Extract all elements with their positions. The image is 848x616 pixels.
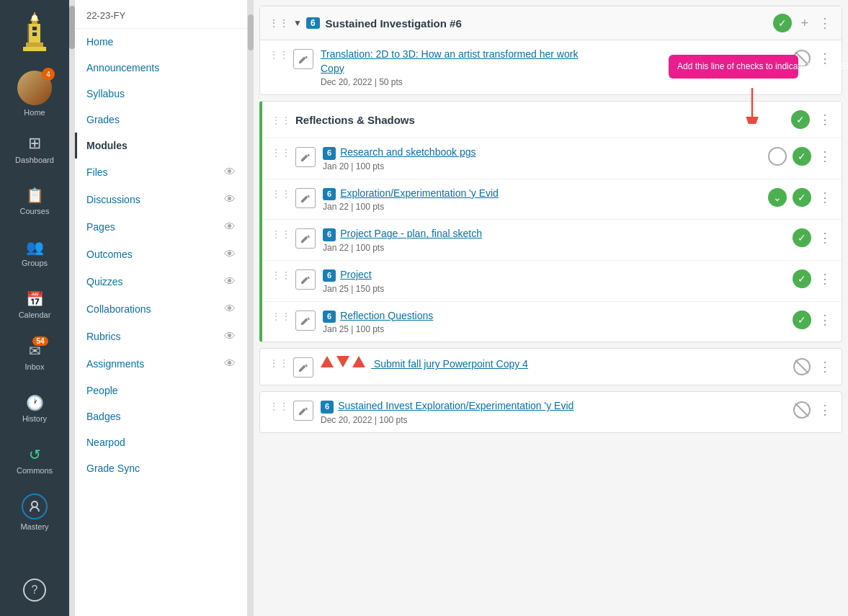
sidebar-item-grades[interactable]: Grades [75, 107, 247, 133]
sidebar-item-nearpod[interactable]: Nearpod [75, 429, 247, 455]
item-empty-check [768, 147, 787, 166]
svg-line-16 [795, 360, 808, 373]
item-drag-handle[interactable]: ⋮⋮ [271, 146, 291, 159]
sidebar-item-modules[interactable]: Modules [75, 133, 247, 159]
course-year: 22-23-FY [75, 0, 247, 29]
institution-logo[interactable] [0, 0, 69, 65]
sidebar-item-home[interactable]: Home [75, 29, 247, 55]
home-label: Home [86, 36, 113, 48]
sidebar-item-pages[interactable]: Pages 👁 [75, 213, 247, 241]
sidebar-item-assignments[interactable]: Assignments 👁 [75, 350, 247, 378]
sidebar-scrollbar[interactable] [248, 0, 254, 616]
nav-item-commons[interactable]: ↺ Commons [0, 434, 69, 486]
sidebar-item-collaborations[interactable]: Collaborations 👁 [75, 295, 247, 323]
item-content: 6Sustained Invest Exploration/Experiment… [321, 399, 787, 425]
item-drag-handle[interactable]: ⋮⋮ [271, 227, 291, 240]
course-navigation: 22-23-FY Home Announcements Syllabus Gra… [75, 0, 248, 616]
item-title[interactable]: 6Project [323, 268, 787, 282]
files-eye-icon[interactable]: 👁 [224, 166, 236, 179]
item-drag-handle[interactable]: ⋮⋮ [271, 309, 291, 322]
item-title[interactable]: 6Research and sketchbook pgs [323, 146, 762, 160]
discussions-label: Discussions [86, 194, 140, 205]
help-icon: ? [23, 579, 46, 602]
module-menu-button[interactable]: ⋮ [817, 15, 833, 31]
sidebar-scroll-thumb[interactable] [248, 14, 254, 50]
nav-item-mastery[interactable]: Mastery [0, 486, 69, 538]
section-drag-handle[interactable]: ⋮⋮ [271, 113, 291, 126]
nav-item-history[interactable]: 🕐 History [0, 383, 69, 434]
nav-item-groups[interactable]: 👥 Groups [0, 227, 69, 279]
sidebar-item-discussions[interactable]: Discussions 👁 [75, 186, 247, 213]
sidebar-item-outcomes[interactable]: Outcomes 👁 [75, 241, 247, 268]
item-drag-handle[interactable]: ⋮⋮ [269, 399, 289, 412]
item-green-check: ✓ [793, 147, 811, 166]
courses-icon: 📋 [26, 187, 44, 204]
collaborations-eye-icon[interactable]: 👁 [224, 303, 236, 316]
svg-rect-4 [23, 47, 46, 51]
main-scrollbar[interactable] [69, 0, 75, 616]
outcomes-label: Outcomes [86, 249, 133, 260]
item-drag-handle[interactable]: ⋮⋮ [271, 268, 291, 281]
nav-item-calendar[interactable]: 📅 Calendar [0, 279, 69, 331]
item-menu-button[interactable]: ⋮ [817, 189, 833, 205]
page-num-badge: 6 [323, 311, 336, 323]
module-sustained-invest: ⋮⋮ 6Sustained Invest Exploration/Experim… [259, 391, 842, 433]
page-num-badge: 6 [323, 188, 336, 200]
dashboard-label: Dashboard [15, 156, 54, 165]
svg-rect-3 [26, 43, 43, 47]
sidebar-item-badges[interactable]: Badges [75, 403, 247, 429]
courses-label: Courses [20, 207, 50, 216]
sidebar-item-people[interactable]: People [75, 378, 247, 403]
section-menu-button[interactable]: ⋮ [817, 112, 833, 128]
item-menu-button[interactable]: ⋮ [817, 230, 833, 246]
calendar-icon: 📅 [26, 290, 44, 308]
pages-label: Pages [86, 221, 115, 233]
discussions-eye-icon[interactable]: 👁 [224, 193, 236, 206]
item-menu-button[interactable]: ⋮ [817, 359, 833, 375]
scrollbar-thumb[interactable] [69, 6, 75, 49]
assignments-eye-icon[interactable]: 👁 [224, 357, 236, 370]
item-green-check: ✓ [793, 311, 811, 329]
nav-item-help[interactable]: ? [0, 564, 69, 616]
rubrics-eye-icon[interactable]: 👁 [224, 330, 236, 343]
sidebar-item-rubrics[interactable]: Rubrics 👁 [75, 323, 247, 350]
sidebar-item-syllabus[interactable]: Syllabus [75, 81, 247, 107]
collapse-button[interactable]: ▼ [293, 18, 302, 28]
nav-item-account[interactable]: 4 Home [0, 65, 69, 123]
item-menu-button[interactable]: ⋮ [817, 312, 833, 328]
item-title[interactable]: 6Exploration/Experimentation 'y Evid [323, 187, 762, 201]
nav-item-inbox[interactable]: ✉ 54 Inbox [0, 331, 69, 383]
pages-eye-icon[interactable]: 👁 [224, 220, 236, 233]
sidebar-item-quizzes[interactable]: Quizzes 👁 [75, 268, 247, 295]
item-content: 6Project Page - plan, final sketch Jan 2… [323, 227, 787, 253]
drag-handle-icon[interactable]: ⋮⋮ [269, 17, 289, 29]
item-title[interactable]: Submit fall jury Powerpoint Copy 4 [321, 356, 787, 372]
item-title[interactable]: 6Sustained Invest Exploration/Experiment… [321, 399, 787, 414]
item-drag-handle[interactable]: ⋮⋮ [269, 356, 289, 369]
add-item-button[interactable]: + [799, 16, 810, 31]
people-label: People [86, 385, 118, 396]
item-menu-button[interactable]: ⋮ [817, 402, 833, 418]
list-item: ⋮⋮ 6Reflection Questions Jan 25 | 100 pt… [262, 302, 842, 342]
svg-point-5 [32, 15, 37, 21]
item-menu-button[interactable]: ⋮ [817, 148, 833, 164]
sidebar-item-announcements[interactable]: Announcements [75, 55, 247, 81]
nav-item-dashboard[interactable]: ⊞ Dashboard [0, 123, 69, 175]
warn-up-icon [321, 356, 334, 367]
item-drag-handle[interactable]: ⋮⋮ [271, 187, 291, 200]
outcomes-eye-icon[interactable]: 👁 [224, 248, 236, 261]
list-item: ⋮⋮ 6Project Jan 25 | 150 pts ✓ ⋮ [262, 261, 842, 302]
sidebar-item-files[interactable]: Files 👁 [75, 159, 247, 186]
quizzes-eye-icon[interactable]: 👁 [224, 275, 236, 288]
sidebar-item-gradesync[interactable]: Grade Sync [75, 455, 247, 481]
item-title[interactable]: 6Reflection Questions [323, 309, 787, 323]
list-item: ⋮⋮ 6Sustained Invest Exploration/Experim… [260, 392, 842, 432]
sidebar-scroll-area[interactable]: Home Announcements Syllabus Grades Modul… [75, 29, 247, 616]
item-drag-handle[interactable]: ⋮⋮ [269, 48, 289, 61]
mastery-icon [22, 494, 48, 519]
item-menu-button[interactable]: ⋮ [817, 271, 833, 287]
item-edit-icon [295, 228, 316, 249]
nav-item-courses[interactable]: 📋 Courses [0, 175, 69, 227]
item-title[interactable]: 6Project Page - plan, final sketch [323, 227, 787, 241]
svg-point-10 [32, 501, 37, 507]
